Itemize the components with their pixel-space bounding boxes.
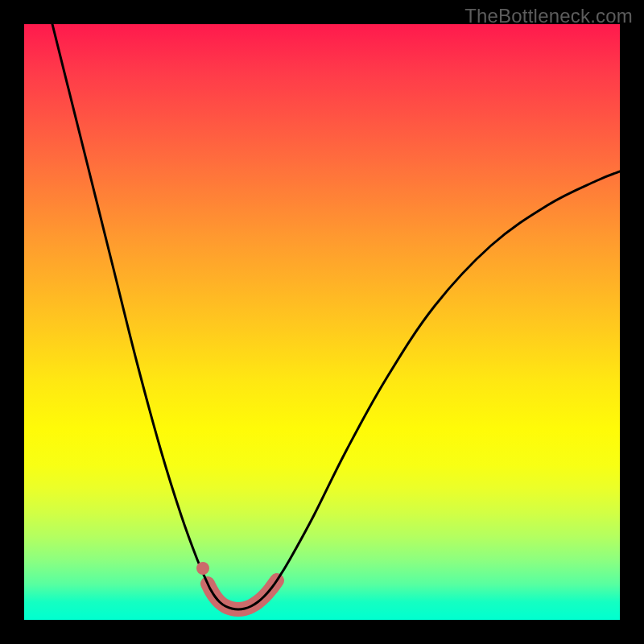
plot-area (24, 24, 620, 620)
chart-frame: TheBottleneck.com (0, 0, 644, 644)
bottleneck-curve (52, 24, 620, 609)
curve-svg (24, 24, 620, 620)
highlight-dot (196, 562, 209, 575)
